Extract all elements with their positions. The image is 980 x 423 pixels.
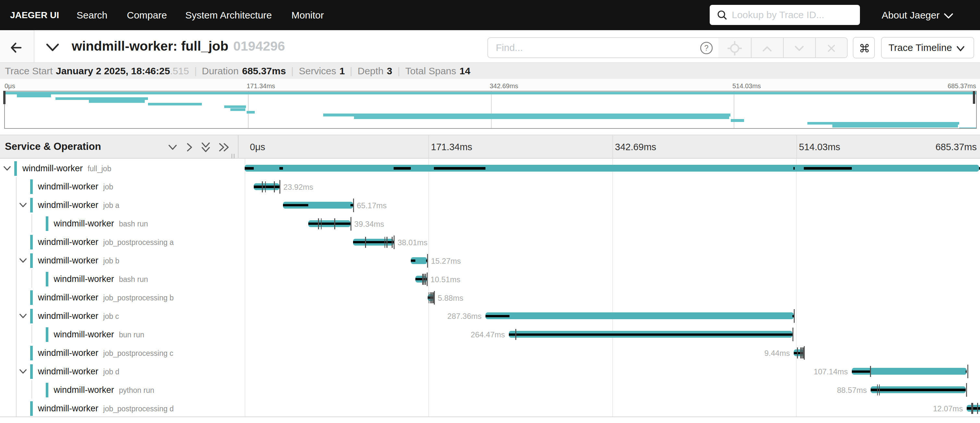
svg-text:?: ? [705,44,709,52]
